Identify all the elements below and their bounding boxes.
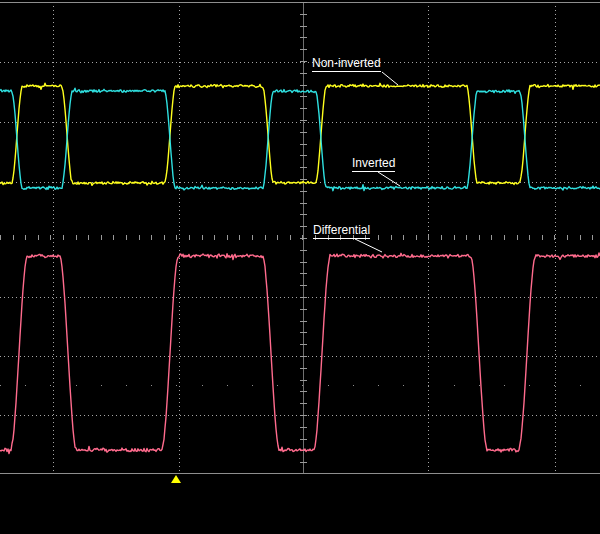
waveform-plot: [0, 0, 600, 534]
trigger-position-marker[interactable]: [171, 475, 181, 483]
label-pointer-line: [355, 239, 382, 252]
label-pointer-line: [382, 72, 398, 85]
label-differential: Differential: [313, 224, 370, 239]
label-pointer-line: [378, 172, 400, 186]
trace-non-inverted: [0, 83, 600, 185]
oscilloscope-screen: Non-inverted Inverted Differential: [0, 0, 600, 534]
label-non-inverted: Non-inverted: [312, 57, 381, 72]
label-inverted: Inverted: [352, 157, 395, 172]
trace-inverted: [0, 88, 600, 191]
trace-differential: [0, 253, 600, 454]
